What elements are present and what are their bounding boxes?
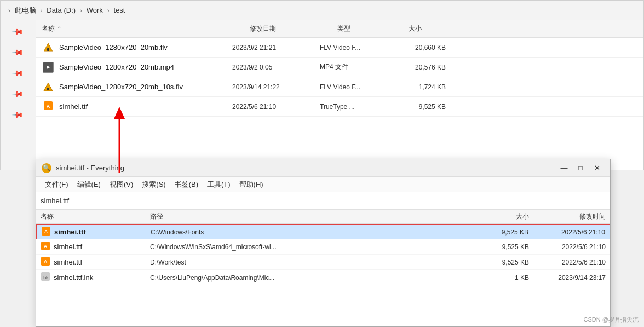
result-path-cell: D:\Work\test: [150, 258, 480, 266]
col-header-date[interactable]: 修改日期: [250, 24, 337, 33]
result-size-text: 9,525 KB: [502, 228, 528, 236]
file-name-cell: ▶SampleVideo_1280x720_20mb.mp4: [42, 61, 232, 74]
ttf-icon: A: [41, 226, 51, 238]
file-name-cell: SampleVideo_1280x720_20mb_10s.flv: [42, 81, 232, 94]
pin-icon-1[interactable]: 📌: [10, 24, 26, 39]
result-row[interactable]: Asimhei.ttfC:\Windows\Fonts9,525 KB2022/…: [36, 224, 610, 239]
file-size-cell: 1,724 KB: [391, 83, 446, 91]
watermark: CSDN @岁月指尖流: [584, 315, 639, 324]
file-row[interactable]: ▶SampleVideo_1280x720_20mb.mp42023/9/2 0…: [36, 58, 643, 77]
ttf-icon: A: [40, 240, 51, 253]
svg-text:A: A: [44, 229, 48, 234]
pin-icon-3[interactable]: 📌: [10, 65, 26, 81]
file-name-text: SampleVideo_1280x720_20mb_10s.flv: [59, 83, 183, 91]
result-path-text: C:\Users\LiuPeng\AppData\Roaming\Mic...: [150, 274, 274, 282]
col-header-size[interactable]: 大小: [409, 24, 463, 33]
explorer-window: › 此电脑 › Data (D:) › Work › test 📌 📌 📌 📌 …: [0, 0, 644, 170]
result-size-cell: 9,525 KB: [479, 228, 528, 236]
file-name-text: SampleVideo_1280x720_20mb.mp4: [59, 63, 174, 71]
minimize-button[interactable]: —: [556, 162, 572, 174]
everything-titlebar: 🔍 simhei.ttf - Everything — □ ✕: [36, 159, 610, 177]
sort-arrow-name: ⌃: [57, 26, 61, 32]
breadcrumb-drive[interactable]: Data (D:): [44, 5, 78, 15]
result-col-header-size[interactable]: 大小: [480, 212, 529, 221]
svg-text:A: A: [44, 244, 48, 249]
file-list-area: 名称 ⌃ 修改日期 类型 大小 SampleVideo_1280x720_20m…: [36, 20, 643, 170]
file-date-cell: 2023/9/2 0:05: [232, 64, 320, 71]
menu-item[interactable]: 视图(V): [105, 178, 137, 191]
svg-rect-3: [47, 88, 49, 90]
result-name-cell: lnksimhei.ttf.lnk: [41, 273, 150, 283]
file-row[interactable]: Asimhei.ttf2022/5/6 21:10TrueType ...9,5…: [36, 97, 643, 117]
result-size-cell: 9,525 KB: [480, 258, 529, 266]
col-header-name[interactable]: 名称 ⌃: [42, 24, 250, 33]
menu-item[interactable]: 编辑(E): [73, 178, 105, 191]
pin-icon-5[interactable]: 📌: [10, 107, 26, 122]
result-path-cell: C:\Windows\WinSxS\amd64_microsoft-wi...: [150, 243, 480, 251]
file-name-text: simhei.ttf: [59, 102, 88, 111]
pin-icon-4[interactable]: 📌: [10, 86, 26, 101]
file-date-cell: 2022/5/6 21:10: [232, 103, 320, 111]
result-name-text: simhei.ttf: [54, 258, 82, 266]
file-size-cell: 20,660 KB: [391, 44, 446, 51]
svg-text:lnk: lnk: [43, 275, 49, 280]
everything-title: simhei.ttf - Everything: [56, 164, 555, 172]
vlc-icon: [43, 42, 54, 53]
maximize-button[interactable]: □: [573, 162, 588, 174]
file-type-cell: TrueType ...: [320, 103, 391, 111]
result-date-cell: 2023/9/14 23:17: [529, 273, 606, 282]
result-date-cell: 2022/5/6 21:10: [529, 243, 606, 251]
svg-text:A: A: [44, 259, 48, 265]
ttf-icon: A: [43, 100, 54, 113]
result-col-headers: 名称 路径 大小 修改时间: [36, 210, 610, 224]
breadcrumb-arrow: ›: [8, 7, 10, 14]
everything-app-icon: 🔍: [42, 163, 51, 173]
ttf-icon: A: [40, 256, 51, 268]
file-size-cell: 9,525 KB: [391, 103, 446, 111]
result-size-cell: 9,525 KB: [480, 243, 529, 251]
result-path-text: D:\Work\test: [150, 259, 186, 266]
file-size-cell: 20,576 KB: [391, 64, 446, 71]
file-row[interactable]: SampleVideo_1280x720_20mb_10s.flv2023/9/…: [36, 77, 643, 97]
col-header-type[interactable]: 类型: [337, 24, 409, 33]
pin-icon-2[interactable]: 📌: [10, 44, 26, 60]
menu-item[interactable]: 文件(F): [41, 178, 73, 191]
file-row[interactable]: SampleVideo_1280x720_20mb.flv2023/9/2 21…: [36, 38, 643, 58]
result-col-header-date[interactable]: 修改时间: [529, 212, 606, 221]
menu-item[interactable]: 书签(B): [170, 178, 203, 191]
result-size-text: 1 KB: [515, 274, 529, 282]
lnk-icon: lnk: [40, 271, 51, 284]
result-date-text: 2023/9/14 23:17: [558, 274, 606, 282]
file-date-cell: 2023/9/14 21:22: [232, 83, 320, 91]
breadcrumb-computer[interactable]: 此电脑: [13, 4, 38, 16]
column-headers: 名称 ⌃ 修改日期 类型 大小: [36, 20, 643, 38]
search-input[interactable]: [41, 197, 606, 205]
menu-item[interactable]: 帮助(H): [235, 178, 268, 191]
result-size-cell: 1 KB: [480, 273, 529, 282]
result-size-text: 9,525 KB: [502, 259, 529, 266]
result-row[interactable]: lnksimhei.ttf.lnkC:\Users\LiuPeng\AppDat…: [36, 270, 610, 285]
result-size-text: 9,525 KB: [502, 243, 529, 251]
result-date-cell: 2022/5/6 21:10: [529, 258, 606, 266]
result-row[interactable]: Asimhei.ttfC:\Windows\WinSxS\amd64_micro…: [36, 239, 610, 255]
result-date-text: 2022/5/6 21:10: [562, 243, 606, 251]
result-path-text: C:\Windows\WinSxS\amd64_microsoft-wi...: [150, 243, 277, 251]
result-date-text: 2022/5/6 21:10: [561, 228, 605, 236]
close-button[interactable]: ✕: [589, 162, 605, 174]
result-col-header-path[interactable]: 路径: [150, 212, 480, 221]
svg-text:A: A: [47, 104, 50, 109]
result-path-cell: C:\Windows\Fonts: [151, 228, 479, 236]
breadcrumb-test[interactable]: test: [112, 5, 128, 15]
svg-rect-1: [47, 48, 49, 51]
result-date-cell: 2022/5/6 21:10: [528, 228, 605, 236]
file-type-cell: FLV Video F...: [320, 44, 391, 51]
result-col-header-name[interactable]: 名称: [41, 212, 150, 221]
result-rows-container: Asimhei.ttfC:\Windows\Fonts9,525 KB2022/…: [36, 224, 610, 285]
menu-item[interactable]: 搜索(S): [137, 178, 170, 191]
breadcrumb-work[interactable]: Work: [84, 5, 105, 15]
menu-items-container: 文件(F)编辑(E)视图(V)搜索(S)书签(B)工具(T)帮助(H): [41, 178, 268, 191]
explorer-sidebar: 📌 📌 📌 📌 📌: [1, 20, 36, 170]
menu-item[interactable]: 工具(T): [203, 178, 235, 191]
breadcrumb: › 此电脑 › Data (D:) › Work › test: [1, 1, 643, 20]
result-row[interactable]: Asimhei.ttfD:\Work\test9,525 KB2022/5/6 …: [36, 255, 610, 270]
